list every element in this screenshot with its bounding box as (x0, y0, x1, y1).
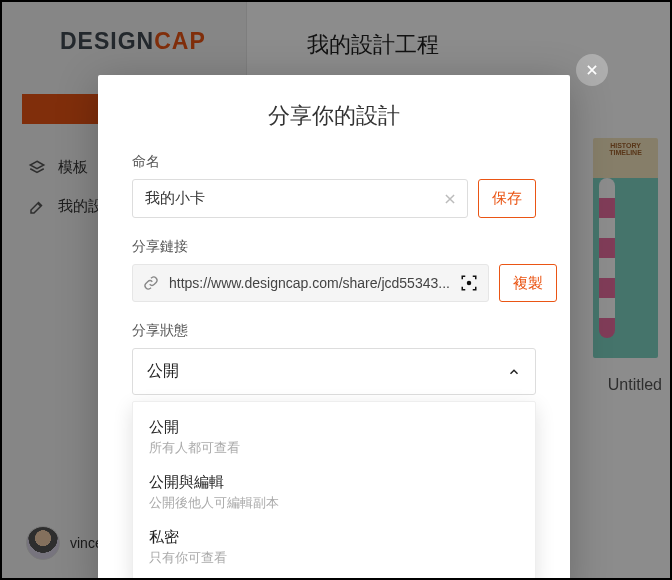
option-title: 私密 (149, 528, 519, 547)
copy-button[interactable]: 複製 (499, 264, 557, 302)
state-selected: 公開 (147, 361, 179, 382)
option-desc: 公開後他人可編輯副本 (149, 494, 519, 512)
clear-name-button[interactable] (433, 192, 467, 206)
option-public-edit[interactable]: 公開與編輯 公開後他人可編輯副本 (133, 465, 535, 520)
chevron-up-icon (507, 365, 521, 379)
modal-title: 分享你的設計 (132, 101, 536, 131)
qr-icon (460, 274, 478, 292)
option-title: 公開 (149, 418, 519, 437)
state-label: 分享狀態 (132, 322, 536, 340)
name-input[interactable] (133, 180, 433, 217)
option-title: 公開與編輯 (149, 473, 519, 492)
x-icon (443, 192, 457, 206)
share-modal: 分享你的設計 命名 保存 分享鏈接 https://www.designcap.… (98, 75, 570, 580)
option-public[interactable]: 公開 所有人都可查看 (133, 410, 535, 465)
state-dropdown: 公開 所有人都可查看 公開與編輯 公開後他人可編輯副本 私密 只有你可查看 (132, 401, 536, 580)
link-icon (133, 275, 169, 291)
close-button[interactable] (576, 54, 608, 86)
option-desc: 所有人都可查看 (149, 439, 519, 457)
close-icon (585, 63, 599, 77)
qr-button[interactable] (450, 274, 488, 292)
save-button[interactable]: 保存 (478, 179, 536, 218)
name-input-wrap (132, 179, 468, 218)
name-label: 命名 (132, 153, 536, 171)
option-desc: 只有你可查看 (149, 549, 519, 567)
share-link-text: https://www.designcap.com/share/jcd55343… (169, 265, 450, 301)
svg-point-0 (467, 282, 470, 285)
share-link-box: https://www.designcap.com/share/jcd55343… (132, 264, 489, 302)
link-label: 分享鏈接 (132, 238, 536, 256)
option-private[interactable]: 私密 只有你可查看 (133, 520, 535, 575)
state-select[interactable]: 公開 (132, 348, 536, 395)
